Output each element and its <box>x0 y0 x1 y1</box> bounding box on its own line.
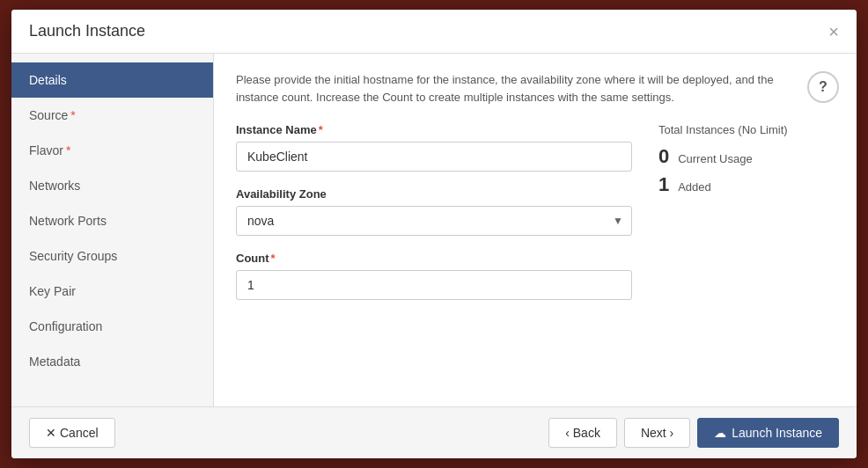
footer-right: ‹ Back Next › ☁ Launch Instance <box>548 418 839 448</box>
sidebar-item-source[interactable]: Source* <box>11 98 213 133</box>
next-button[interactable]: Next › <box>624 418 690 448</box>
added-usage-number: 1 <box>658 173 669 195</box>
main-content: Please provide the initial hostname for … <box>214 54 857 406</box>
current-usage-label: Current Usage <box>678 152 753 165</box>
current-usage-item: 0 Current Usage <box>658 145 835 168</box>
modal-title: Launch Instance <box>29 22 145 40</box>
availability-zone-label: Availability Zone <box>236 187 632 201</box>
availability-zone-group: Availability Zone nova ▼ <box>236 187 632 236</box>
count-input[interactable] <box>236 270 632 300</box>
launch-instance-button[interactable]: ☁ Launch Instance <box>697 418 839 448</box>
cancel-icon: ✕ <box>46 426 56 440</box>
form-section: Instance Name* Availability Zone nova <box>236 123 835 316</box>
sidebar-item-configuration[interactable]: Configuration <box>11 309 213 344</box>
modal-header: Launch Instance × <box>11 10 857 54</box>
close-button[interactable]: × <box>828 23 839 40</box>
sidebar-item-networks[interactable]: Networks <box>11 168 213 203</box>
back-button[interactable]: ‹ Back <box>548 418 617 448</box>
sidebar-item-security-groups[interactable]: Security Groups <box>11 238 213 274</box>
form-left: Instance Name* Availability Zone nova <box>236 123 632 316</box>
sidebar-item-flavor[interactable]: Flavor* <box>11 133 213 168</box>
cancel-button[interactable]: ✕ Cancel <box>29 418 115 448</box>
sidebar-item-details[interactable]: Details <box>11 62 213 98</box>
description-text: Please provide the initial hostname for … <box>236 71 835 106</box>
source-required: * <box>70 108 75 122</box>
instance-name-input[interactable] <box>236 142 632 172</box>
usage-panel: Total Instances (No Limit) 0 Current Usa… <box>658 123 835 316</box>
sidebar-item-key-pair[interactable]: Key Pair <box>11 274 213 309</box>
usage-title: Total Instances (No Limit) <box>658 123 835 136</box>
modal-body: Details Source* Flavor* Networks Network… <box>11 54 857 406</box>
help-button[interactable]: ? <box>807 71 839 103</box>
count-required: * <box>271 252 276 265</box>
availability-zone-select[interactable]: nova <box>236 206 632 236</box>
added-usage-label: Added <box>678 180 711 194</box>
count-group: Count* <box>236 252 632 300</box>
instance-name-required: * <box>319 123 323 136</box>
availability-zone-select-wrapper: nova ▼ <box>236 206 632 236</box>
count-label: Count* <box>236 252 632 265</box>
instance-name-label: Instance Name* <box>236 123 632 136</box>
sidebar-item-metadata[interactable]: Metadata <box>11 344 213 379</box>
current-usage-number: 0 <box>658 145 669 167</box>
added-usage-item: 1 Added <box>658 173 835 196</box>
flavor-required: * <box>66 143 70 157</box>
modal-footer: ✕ Cancel ‹ Back Next › ☁ Launch Instance <box>11 406 857 458</box>
sidebar-item-network-ports[interactable]: Network Ports <box>11 203 213 238</box>
launch-cloud-icon: ☁ <box>714 426 726 440</box>
instance-name-group: Instance Name* <box>236 123 632 172</box>
sidebar: Details Source* Flavor* Networks Network… <box>11 54 214 406</box>
footer-left: ✕ Cancel <box>29 418 540 448</box>
launch-instance-modal: Launch Instance × Details Source* Flavor… <box>11 10 857 458</box>
